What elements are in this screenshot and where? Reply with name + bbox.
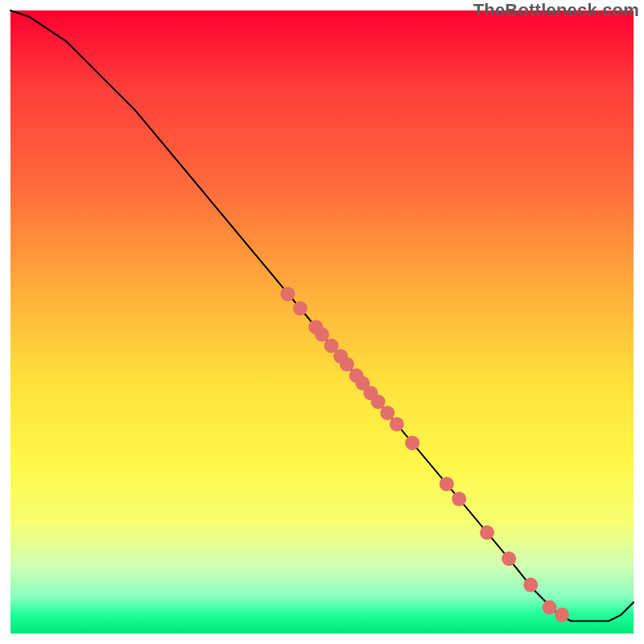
scatter-point — [502, 551, 516, 566]
scatter-point — [371, 394, 386, 409]
scatter-point — [405, 436, 419, 450]
scatter-point — [340, 357, 354, 372]
scatter-point — [452, 492, 466, 506]
scatter-point — [293, 301, 308, 316]
chart-svg-overlay — [0, 0, 644, 644]
scatter-point — [390, 417, 404, 431]
scatter-point — [280, 287, 295, 301]
curve-line — [10, 10, 634, 621]
curve-path — [10, 10, 634, 621]
scatter-point — [315, 328, 329, 342]
scatter-point — [543, 601, 557, 615]
scatter-point — [523, 578, 538, 592]
scatter-point — [555, 608, 569, 622]
scatter-points — [280, 287, 569, 622]
chart-container: TheBottleneck.com — [0, 0, 644, 644]
scatter-point — [380, 406, 394, 420]
scatter-point — [440, 477, 454, 491]
scatter-point — [480, 526, 494, 540]
